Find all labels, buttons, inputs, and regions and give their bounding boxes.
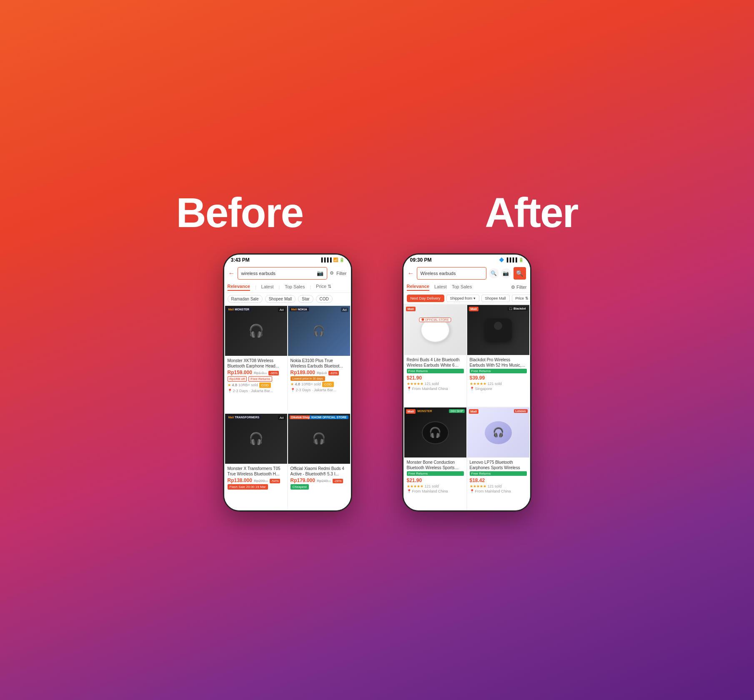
after-product-1-info: Redmi Buds 4 Lite Bluetooth Wireless Ear… [404,355,466,393]
product-1-rating-row: ★ 4.8 10RB+ sold COD [228,382,285,388]
chip-nextday[interactable]: Next Day Delivery [407,295,444,302]
after-search-area: ← Wireless earbuds 🔍 📷 🔍 [403,265,530,282]
cod-badge-2: COD [322,382,334,387]
before-search-box[interactable]: wireless earbuds 📷 [238,267,328,280]
filter-icon[interactable]: ⚙ [330,270,334,276]
phones-container: 3:43 PM ▐▐▐▐ 📶 🔋 ← wireless earbuds 📷 ⚙ … [223,253,531,512]
after-product-4-name: Lenovo LP75 Bluetooth Earphones Sports W… [470,460,527,470]
pin-icon-1: 📍 [228,389,232,393]
product-1-stars: ★ [228,383,231,387]
after-status-bar: 09:30 PM 🔷 ▐▐▐▐ 🔋 [403,255,530,265]
official-dot [421,318,424,321]
after-product-3-info: Monster Bone Conduction Bluetooth Wirele… [404,458,466,495]
after-search-box[interactable]: Wireless earbuds [417,267,486,280]
wifi-icon: 📶 [333,258,338,262]
battery-icon: 🔋 [339,258,344,262]
product-1-rating: 4.8 [232,383,238,387]
chip-mall[interactable]: Shopee Mall [265,295,296,303]
before-product-4[interactable]: 🎧 Diketok Shopee XIAOMI OFFICIAL STORE O… [288,414,350,510]
product-4-price-row: Rp179.000 Rp249... -28% [291,478,348,483]
product-4-tags: Cheapest [291,484,348,490]
chip-price-after[interactable]: Price ⇅ [512,295,530,302]
bluetooth-icon: 🔷 [499,258,504,262]
chip-ramadan[interactable]: Ramadan Sale [228,295,263,303]
after-product-4-image: 🎧 Mall Lenovo [467,408,529,458]
lens-icon[interactable]: 🔍 [489,268,499,278]
after-sold-3: 121 sold [425,484,439,488]
free-returns-1: Free Returns [407,369,464,373]
before-tabs: Relevance | Latest | Top Sales | Price ⇅ [224,282,351,293]
search-button[interactable]: 🔍 [514,267,526,280]
before-phone: 3:43 PM ▐▐▐▐ 📶 🔋 ← wireless earbuds 📷 ⚙ … [223,253,352,512]
pin-after-3: 📍 [407,489,411,493]
after-location-3: 📍 From Mainland China [407,489,464,493]
product-1-name: Monster XKT08 Wireless Bluetooth Earphon… [228,358,285,369]
after-product-2-image: Mall 🎧 Blackdot [467,305,529,355]
product-2-name: Nokia E3100 Plus True Wireless Earbuds B… [291,358,348,369]
after-product-2-rating: ★★★★★ 121 sold [470,382,527,386]
after-chips-row: Next Day Delivery Shipped from ▾ Shopee … [403,293,530,304]
product-2-rating: 4.8 [295,382,301,386]
before-product-grid: 🎧 Mall MONSTER Ad Monster XKT08 Wireless… [224,305,351,510]
chip-star[interactable]: Star [298,295,313,303]
after-product-1-image: Mall OFFICIAL STORE [404,305,466,355]
pin-after-2: 📍 [470,387,474,391]
after-filter-btn[interactable]: ⚙ Filter [511,285,526,290]
after-search-icons: 🔍 📷 [489,268,511,278]
before-filter-label[interactable]: Filter [336,271,346,276]
after-product-4-price: $18.42 [470,478,527,483]
camera-icon: 📷 [317,270,323,276]
after-product-2[interactable]: Mall 🎧 Blackdot Blackdot Pro Wireless Ea… [467,305,529,407]
product-4-info: Official Xiaomi Redmi Buds 4 Active - Bl… [288,464,350,492]
official-store-badge-1: OFFICIAL STORE [419,318,451,322]
after-product-3-name: Monster Bone Conduction Bluetooth Wirele… [407,460,464,470]
before-search-text: wireless earbuds [241,271,317,276]
after-product-1[interactable]: Mall OFFICIAL STORE Redmi Buds 4 Lite Bl… [404,305,466,407]
after-product-1-rating: ★★★★★ 121 sold [407,382,464,386]
after-mall-badge-4: Mall [469,409,479,414]
earbud-black-visual [485,318,512,341]
after-product-3-visual: 🎧 24H SHIP [404,408,466,458]
after-product-2-price: $39.99 [470,375,527,381]
before-product-1[interactable]: 🎧 Mall MONSTER Ad Monster XKT08 Wireless… [225,306,287,413]
free-returns-4: Free Returns [470,471,527,476]
after-product-grid: Mall OFFICIAL STORE Redmi Buds 4 Lite Bl… [403,304,530,510]
after-sold-1: 121 sold [425,382,439,386]
chip-cod[interactable]: COD [316,295,333,303]
after-product-3[interactable]: 🎧 24H SHIP Mall MONSTER Monster Bone Con… [404,408,466,510]
before-product-2[interactable]: 🎧 Mall NOKIA Ad Nokia E3100 Plus True Wi… [288,306,350,413]
product-2-price-row: Rp189.000 Rp1.9 -83% [291,370,348,375]
product-1-sold: 10RB+ sold [238,383,258,387]
after-back-button[interactable]: ← [408,270,414,277]
after-tab-relevance[interactable]: Relevance [407,284,429,291]
before-status-bar: 3:43 PM ▐▐▐▐ 📶 🔋 [224,255,351,265]
chip-shippedfrom[interactable]: Shipped from ▾ [446,295,479,302]
before-search-area: ← wireless earbuds 📷 ⚙ Filter [224,265,351,282]
tab-price[interactable]: Price ⇅ [316,284,331,290]
after-product-4-info: Lenovo LP75 Bluetooth Earphones Sports W… [467,458,529,495]
product-2-image: 🎧 Mall NOKIA Ad [288,306,350,356]
tag-free-returns-1: Free Returns [248,376,272,382]
after-tab-latest[interactable]: Latest [434,284,447,290]
before-product-3[interactable]: 🎧 Mall TRANSFORMERS Ad Monster X Transfo… [225,414,287,510]
after-location-2: 📍 Singapore [470,387,527,391]
lenovo-visual: 🎧 [485,421,512,444]
after-tab-topsales[interactable]: Top Sales [452,284,472,290]
before-chips-row: Ramadan Sale Shopee Mall Star COD [224,293,351,305]
product-2-tags: Lowest price in 30 days [291,376,348,381]
after-product-4[interactable]: 🎧 Mall Lenovo Lenovo LP75 Bluetooth Earp… [467,408,529,510]
after-product-2-info: Blackdot Pro Wireless Earbuds With 52 Hr… [467,355,529,393]
back-button[interactable]: ← [228,270,235,277]
after-product-3-rating: ★★★★★ 121 sold [407,484,464,488]
before-status-icons: ▐▐▐▐ 📶 🔋 [320,258,344,262]
free-returns-3: Free Returns [407,471,464,476]
tab-topsales[interactable]: Top Sales [285,284,305,290]
camera-icon-after[interactable]: 📷 [501,268,511,278]
tab-latest[interactable]: Latest [261,284,274,290]
product-3-tags: Flash Sale 20:00 19 Mar [228,484,285,490]
chip-shopeemall[interactable]: Shopee Mall [481,295,510,302]
before-time: 3:43 PM [231,257,250,263]
tab-relevance[interactable]: Relevance [228,284,250,291]
product-3-discount: -54% [270,479,280,483]
after-filter-label: Filter [516,285,526,290]
